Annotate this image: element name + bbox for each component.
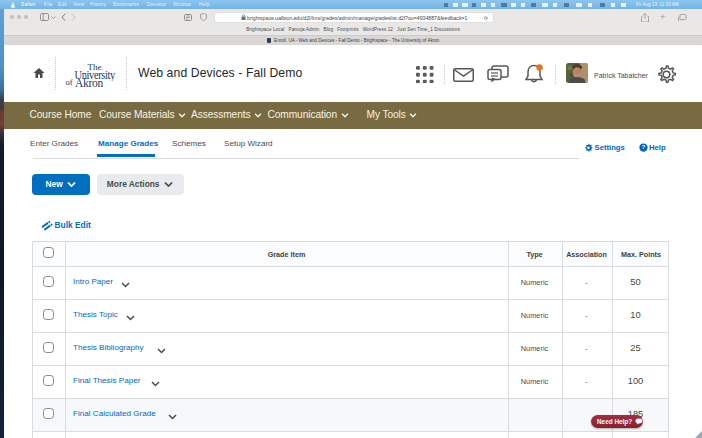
- svg-text:?: ?: [641, 144, 645, 150]
